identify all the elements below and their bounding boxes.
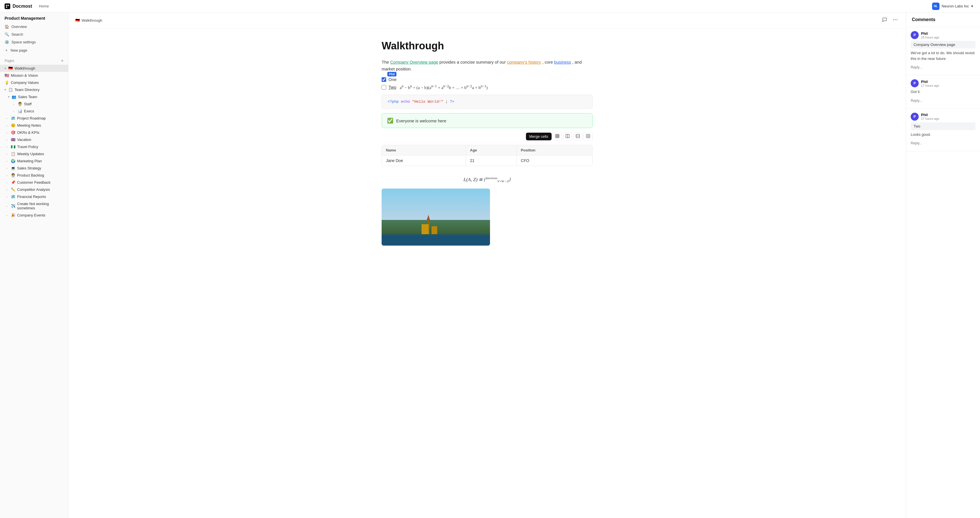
checkbox-1[interactable] [382, 77, 386, 82]
page-label-roadmap: Project Roadmap [17, 116, 46, 120]
breadcrumb-icon: 🇩🇪 [75, 18, 80, 22]
checklist-label-1: One [388, 77, 396, 82]
page-icon-ce-dot: · [5, 213, 9, 217]
comment-reply-input-3[interactable] [911, 139, 975, 147]
comment-reply-input-2[interactable] [911, 97, 975, 104]
page-item-vacation[interactable]: · 🇬🇧 Vacation [0, 136, 68, 143]
user-menu[interactable]: NL Neuron Labs Inc ▾ [930, 2, 975, 11]
comment-username-2: Phil [921, 80, 939, 84]
page-icon-vacation: 🇬🇧 [11, 137, 15, 142]
comment-reply-input-1[interactable] [911, 64, 975, 71]
chevron-down-icon-st: ▾ [8, 95, 10, 99]
page-item-company-events[interactable]: · 🎉 Company Events [0, 212, 68, 219]
page-item-walkthrough[interactable]: ▾ 🇩🇪 Walkthrough [0, 65, 68, 72]
search-icon: 🔍 [5, 32, 9, 37]
page-item-product-backlog[interactable]: · 🧑‍💼 Product Backlog [0, 172, 68, 179]
sidebar-item-space-settings[interactable]: ⚙️ Space settings [0, 38, 68, 46]
page-item-travel-policy[interactable]: · 🇳🇬 Travel Policy [0, 143, 68, 150]
home-link[interactable]: Home [37, 3, 51, 10]
page-label-mission: Mission & Vision [11, 73, 38, 78]
page-icon-mission: 🇺🇸 [5, 73, 9, 78]
page-item-mission-vision[interactable]: 🇺🇸 Mission & Vision [0, 72, 68, 79]
comments-panel: Comments P Phil 18 hours ago Company Ove… [906, 13, 980, 518]
more-options-button[interactable] [892, 16, 899, 25]
page-item-customer-feedback[interactable]: · 📌 Customer Feedback [0, 179, 68, 186]
page-item-execs[interactable]: · 📊 Execs [0, 108, 68, 115]
page-icon-meeting: 😊 [11, 123, 15, 128]
page-item-team-directory[interactable]: ▾ 📋 Team Directory [0, 86, 68, 93]
comment-user-info-2: Phil 17 hours ago [921, 80, 939, 87]
workspace-name: Product Management [0, 13, 68, 23]
page-icon-create-not-working: ✈️ [11, 204, 15, 208]
user-avatar: NL [932, 3, 940, 10]
sidebar-item-search[interactable]: 🔍 Search [0, 30, 68, 38]
page-item-sales-team[interactable]: ▾ 👥 Sales Team [0, 93, 68, 100]
history-link[interactable]: company's history [507, 60, 541, 64]
checkbox-2[interactable] [382, 85, 386, 89]
company-overview-link[interactable]: Company Overview page [390, 60, 438, 64]
page-item-project-roadmap[interactable]: · 🗺️ Project Roadmap [0, 115, 68, 122]
business-link[interactable]: business [554, 60, 571, 64]
page-item-competitor-analysis[interactable]: · ✏️ Competitor Analysis [0, 186, 68, 193]
page-item-create-not-working[interactable]: · ✈️ Create Not working sometimes [0, 200, 68, 212]
math-formula: L(A, Z) ≅ {functionsV×W→Z} [463, 177, 511, 182]
code-php-open: <?php [388, 100, 399, 104]
app-name: Docmost [13, 4, 32, 9]
comment-thread-3: P Phil 17 hours ago Two Looks good. [906, 109, 980, 151]
page-icon-competitor: ✏️ [11, 187, 15, 192]
page-item-weekly-updates[interactable]: · 📋 Weekly Updates [0, 150, 68, 158]
table-col-age: Age [466, 145, 517, 155]
math-block: L(A, Z) ≅ {functionsV×W→Z} [382, 171, 593, 188]
sidebar: Product Management 🏠 Overview 🔍 Search ⚙… [0, 13, 68, 518]
table-delete-btn[interactable] [584, 132, 593, 140]
svg-rect-6 [555, 134, 559, 138]
doc-image [382, 188, 490, 245]
comment-thread-2: P Phil 17 hours ago Got it. [906, 75, 980, 109]
page-item-meeting-notes[interactable]: · 😊 Meeting Notes [0, 122, 68, 129]
pages-header: Pages + [0, 57, 68, 65]
comment-highlight-1: Company Overview page [911, 41, 975, 48]
comment-button[interactable] [881, 16, 888, 25]
comment-time-2: 17 hours ago [921, 84, 939, 87]
page-icon-ca-dot: · [5, 187, 9, 192]
comment-avatar-1: P [911, 31, 919, 39]
page-icon-values: 💡 [5, 80, 9, 85]
table-col-btn[interactable] [563, 132, 572, 140]
table-row-btn[interactable] [573, 132, 582, 140]
table-cell-position: CFO [517, 155, 592, 166]
comment-user-row-1: P Phil 18 hours ago [911, 31, 975, 39]
page-icon-sales-strategy: 💻 [11, 166, 15, 170]
settings-icon: ⚙️ [5, 40, 9, 44]
page-label-create-not-working: Create Not working sometimes [17, 202, 64, 210]
page-icon-product-backlog: 🧑‍💼 [11, 173, 15, 177]
add-page-button[interactable]: + [61, 59, 64, 63]
page-label-values: Company Values [11, 80, 39, 85]
sidebar-item-overview[interactable]: 🏠 Overview [0, 23, 68, 30]
table-row: Jane Doe 21 CFO [382, 155, 592, 166]
table-settings-btn-1[interactable] [553, 132, 562, 140]
checklist-item-2: Two an − bn = (a − b)(an−1 + an−2b + … +… [382, 84, 593, 90]
page-item-financial-reports[interactable]: · 🗺️ Financial Reports [0, 193, 68, 200]
sidebar-item-new-page[interactable]: ＋ New page [0, 46, 68, 54]
page-item-okrs[interactable]: · 🎯 OKRs & KPIs [0, 129, 68, 136]
comment-user-row-2: P Phil 17 hours ago [911, 79, 975, 87]
page-item-staff[interactable]: · 🧑‍💼 Staff [0, 100, 68, 108]
page-item-marketing-plan[interactable]: · 🌍 Marketing Plan [0, 158, 68, 164]
page-icon-cf-dot: · [5, 180, 9, 185]
breadcrumb: 🇩🇪 Walkthrough [75, 18, 102, 22]
page-item-sales-strategy[interactable]: · 💻 Sales Strategy [0, 164, 68, 172]
page-label-competitor: Competitor Analysis [17, 187, 50, 192]
page-icon-walkthrough: 🇩🇪 [8, 66, 13, 70]
page-icon-tp-dot: · [5, 145, 9, 149]
checklist-item-1: Phil One [382, 77, 593, 82]
plus-icon: ＋ [5, 48, 8, 53]
merge-cells-button[interactable]: Merge cells [526, 132, 552, 140]
page-icon-marketing: 🌍 [11, 159, 15, 163]
comment-thread-1: P Phil 18 hours ago Company Overview pag… [906, 27, 980, 75]
sidebar-item-label-overview: Overview [11, 24, 27, 29]
app-logo: Docmost [5, 3, 32, 9]
svg-point-4 [895, 19, 896, 20]
page-item-company-values[interactable]: 💡 Company Values [0, 79, 68, 86]
user-name: Neuron Labs Inc [942, 4, 969, 8]
svg-point-5 [897, 19, 897, 20]
